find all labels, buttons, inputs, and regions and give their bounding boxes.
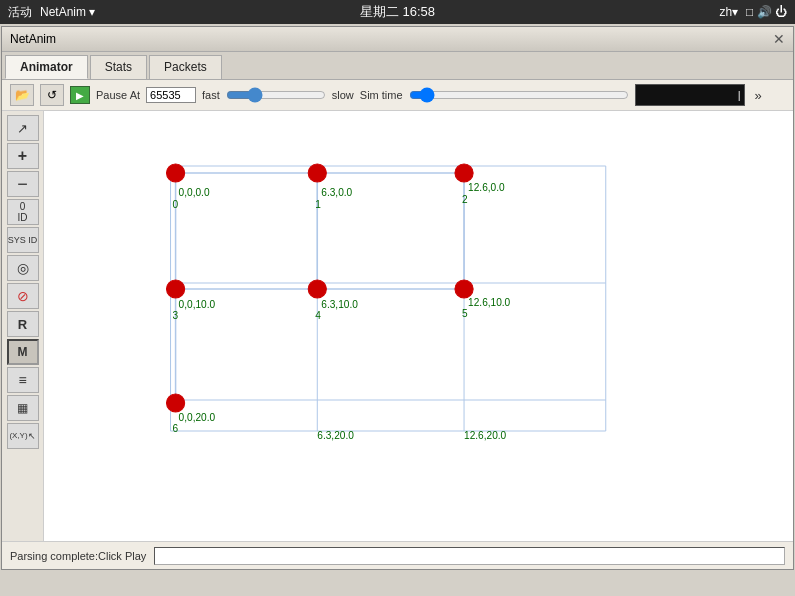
simtime-label: Sim time	[360, 89, 403, 101]
svg-text:2: 2	[462, 194, 468, 205]
tool-packet-filter[interactable]: ◎	[7, 255, 39, 281]
svg-point-32	[455, 280, 473, 298]
svg-point-29	[308, 280, 326, 298]
canvas-area[interactable]: 0,0,0.0 0 6.3,0.0 1 12.6,0.0 2 0,0,10.0 …	[44, 111, 793, 541]
window-controls[interactable]: □ 🔊 ⏻	[746, 5, 787, 19]
tab-packets[interactable]: Packets	[149, 55, 222, 79]
svg-text:6.3,10.0: 6.3,10.0	[321, 299, 358, 310]
system-clock: 星期二 16:58	[360, 3, 435, 21]
statusbar: Parsing complete:Click Play	[2, 541, 793, 569]
timeline-box: |	[635, 84, 745, 106]
main-area: ↗ + − 0ID SYS ID ◎ ⊘ R M ≡ ▦ (X,Y)↖	[2, 111, 793, 541]
speed-slider[interactable]	[226, 87, 326, 103]
app-menu[interactable]: NetAnim ▾	[40, 5, 95, 19]
toolpanel: ↗ + − 0ID SYS ID ◎ ⊘ R M ≡ ▦ (X,Y)↖	[2, 111, 44, 541]
system-bar-left: 活动 NetAnim ▾	[8, 4, 95, 21]
open-button[interactable]: 📂	[10, 84, 34, 106]
expand-button[interactable]: »	[751, 88, 766, 103]
svg-text:12.6,0.0: 12.6,0.0	[468, 182, 505, 193]
tool-list[interactable]: ≡	[7, 367, 39, 393]
system-bar-right: zh▾ □ 🔊 ⏻	[719, 5, 787, 19]
speed-fast-label: fast	[202, 89, 220, 101]
timeline-marker: |	[738, 89, 741, 101]
svg-text:4: 4	[315, 310, 321, 321]
tab-bar: Animator Stats Packets	[2, 52, 793, 80]
svg-point-23	[455, 164, 473, 182]
tool-clear[interactable]: ⊘	[7, 283, 39, 309]
reload-button[interactable]: ↺	[40, 84, 64, 106]
svg-point-20	[308, 164, 326, 182]
play-button[interactable]: ▶	[70, 86, 90, 104]
svg-text:12.6,10.0: 12.6,10.0	[468, 297, 511, 308]
svg-text:0,0,10.0: 0,0,10.0	[179, 299, 216, 310]
svg-point-26	[166, 280, 184, 298]
svg-text:3: 3	[173, 310, 179, 321]
toolbar: 📂 ↺ ▶ Pause At fast slow Sim time | »	[2, 80, 793, 111]
network-svg: 0,0,0.0 0 6.3,0.0 1 12.6,0.0 2 0,0,10.0 …	[44, 111, 793, 541]
tool-reset[interactable]: R	[7, 311, 39, 337]
tool-meta[interactable]: M	[7, 339, 39, 365]
activities-label[interactable]: 活动	[8, 4, 32, 21]
window-title: NetAnim	[10, 32, 56, 46]
tool-select[interactable]: ↗	[7, 115, 39, 141]
tool-zoom-in[interactable]: +	[7, 143, 39, 169]
svg-point-17	[166, 164, 184, 182]
netanim-window: NetAnim ✕ Animator Stats Packets 📂 ↺ ▶ P…	[1, 26, 794, 570]
status-text: Parsing complete:Click Play	[10, 550, 146, 562]
tool-node-id[interactable]: SYS ID	[7, 227, 39, 253]
locale-selector[interactable]: zh▾	[719, 5, 738, 19]
svg-text:0,0,20.0: 0,0,20.0	[179, 412, 216, 423]
tool-zoom-out[interactable]: −	[7, 171, 39, 197]
pause-label: Pause At	[96, 89, 140, 101]
svg-text:0,0,0.0: 0,0,0.0	[179, 187, 210, 198]
tool-pointer[interactable]: (X,Y)↖	[7, 423, 39, 449]
tool-battery[interactable]: ▦	[7, 395, 39, 421]
svg-text:1: 1	[315, 199, 321, 210]
svg-text:6.3,20.0: 6.3,20.0	[317, 430, 354, 441]
svg-point-35	[166, 394, 184, 412]
speed-slow-label: slow	[332, 89, 354, 101]
svg-text:6.3,0.0: 6.3,0.0	[321, 187, 352, 198]
close-button[interactable]: ✕	[773, 31, 785, 47]
pause-at-input[interactable]	[146, 87, 196, 103]
titlebar: NetAnim ✕	[2, 27, 793, 52]
simtime-slider[interactable]	[409, 87, 629, 103]
status-input[interactable]	[154, 547, 785, 565]
system-bar: 活动 NetAnim ▾ 星期二 16:58 zh▾ □ 🔊 ⏻	[0, 0, 795, 24]
svg-text:5: 5	[462, 308, 468, 319]
svg-text:6: 6	[173, 423, 179, 434]
tool-id[interactable]: 0ID	[7, 199, 39, 225]
tab-stats[interactable]: Stats	[90, 55, 147, 79]
svg-text:0: 0	[173, 199, 179, 210]
tab-animator[interactable]: Animator	[5, 55, 88, 79]
svg-text:12.6,20.0: 12.6,20.0	[464, 430, 507, 441]
